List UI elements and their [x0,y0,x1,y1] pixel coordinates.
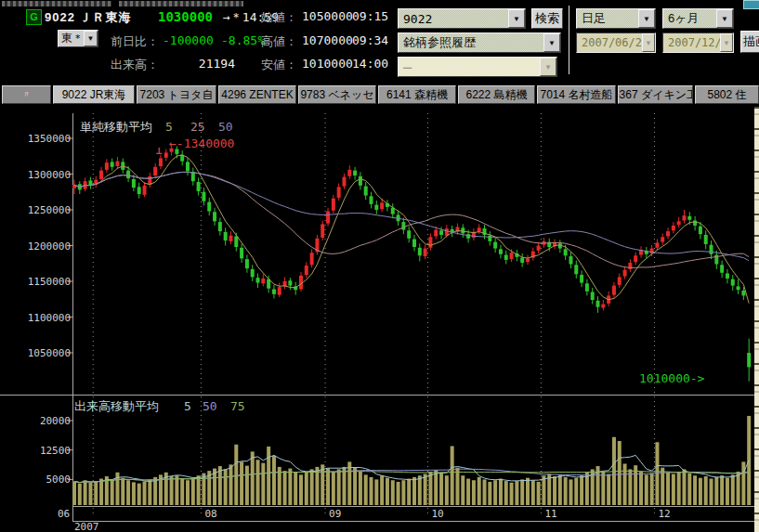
right-edge-ruler[interactable] [754,107,759,532]
open-value: 1050000 [302,9,353,23]
candle-body [461,227,465,233]
candle-body [374,205,378,210]
tab-6141[interactable]: 6141 森精機 [378,85,456,104]
candle-body [418,248,422,255]
volume-bar [687,474,691,505]
volume-bar [623,463,627,505]
candle-body [466,234,470,239]
tab-blank[interactable]: 〃 [2,85,51,104]
volume-bar [731,474,735,505]
chevron-down-icon[interactable]: ▼ [508,9,525,28]
span-select[interactable]: 6ヶ月 ▼ [662,8,734,29]
volume-bar [175,475,178,505]
volume-bar [321,464,324,505]
candle-body [380,202,384,209]
candle-body [699,227,702,234]
candle-body [186,162,190,171]
stock-code-title: 9022 ＪＲ東海 [45,9,132,26]
high-marker: ⊥ [156,145,163,157]
date-to-field[interactable]: 2007/12/26 ▼ [662,32,734,53]
volume-bar [428,472,432,505]
candle-body [234,236,238,247]
chevron-down-icon[interactable]: ▼ [84,31,98,46]
volume-bar [267,447,270,505]
tab-7203[interactable]: 7203 トヨタ自 [137,85,216,104]
candle-body [564,249,568,255]
candle-body [499,249,503,253]
tab-9783[interactable]: 9783 ベネッセ [298,85,376,104]
candle-body [687,216,691,220]
volume-bar [347,461,351,505]
volume-bar [682,469,686,505]
candle-body [612,286,616,295]
candle-body [240,248,243,259]
candle-body [628,263,632,269]
volume-bar [256,460,260,505]
price-ma5-legend: 5 [165,120,173,134]
candle-body [672,226,675,230]
volume-bar [531,480,535,505]
volume-bar [229,464,232,505]
volume-bar [661,468,664,505]
price-ma50-legend: 50 [218,120,233,134]
volume-bar [607,474,610,505]
draw-button[interactable]: 描画 [740,31,759,53]
symbol-input[interactable] [399,11,508,27]
prev-diff-pct: -8.85% [221,33,265,47]
volume-bar [99,479,103,505]
price-volume-chart[interactable]: 0809101112135000013000001250000120000011… [0,107,759,532]
volume-bar [234,445,238,505]
search-button[interactable]: 検索 [531,8,563,29]
candle-body [537,246,541,251]
chevron-down-icon[interactable]: ▼ [716,9,733,28]
volume-bar [493,480,497,505]
candle-body [731,279,735,286]
tab-6367[interactable]: 6367 ダイキン工 [618,85,693,104]
chevron-down-icon[interactable]: ▼ [638,9,655,28]
volume-bar [424,474,427,505]
top-dotted-strip-1 [2,1,111,6]
chevron-down-icon[interactable]: ▼ [642,33,655,52]
candle-body [412,240,416,247]
date-from-field[interactable]: 2007/06/26 ▼ [576,32,656,53]
volume-ma50-legend: 50 [203,399,217,413]
candle-body [337,187,341,198]
chevron-down-icon[interactable]: ▼ [720,33,733,52]
history-select[interactable]: 銘柄参照履歴 ▼ [398,32,561,53]
volume-bar [197,475,201,505]
candle-body [272,289,276,293]
volume-bar [332,472,335,505]
symbol-combobox[interactable]: ▼ [398,8,526,29]
high-label: 高値： [261,33,297,50]
candle-body [197,182,201,191]
tab-9022[interactable]: 9022 JR東海 [53,85,135,104]
volume-bar [585,473,589,505]
top-right-indicator [743,0,759,9]
volume-bar [386,478,389,505]
tab-7014[interactable]: 7014 名村造船 [537,85,616,104]
volume-bar [693,475,697,505]
candle-body [370,196,373,203]
period-select[interactable]: 日足 ▼ [576,8,656,29]
exchange-select[interactable]: 東＊ ▼ [58,30,98,47]
memo-select[interactable]: ─ ▼ [398,57,557,77]
volume-bar [353,468,357,505]
tab-6222[interactable]: 6222 島精機 [458,85,535,104]
candle-body [332,199,335,211]
chevron-down-icon[interactable]: ▼ [540,58,556,76]
volume-bar [564,477,568,505]
tab-4296[interactable]: 4296 ZENTEK [218,85,296,104]
chevron-down-icon[interactable]: ▼ [543,33,560,52]
y-tick-label: 1350000 [28,133,71,145]
volume-bar [666,473,670,505]
volume-bar [526,478,530,505]
top-dotted-strip-2 [119,1,243,6]
volume-bar [510,483,514,505]
candle-body [677,221,681,225]
candle-body [342,177,346,187]
tab-5802[interactable]: 5802 住 [695,85,759,104]
volume-bar [542,475,545,505]
prev-diff-label: 前日比： [111,33,159,50]
candle-body [321,224,324,238]
x-tick-label: 10 [431,508,443,520]
